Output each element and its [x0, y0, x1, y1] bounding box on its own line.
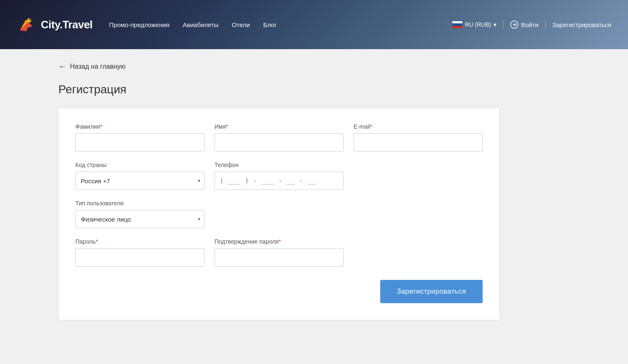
login-label: Войти	[521, 21, 538, 28]
form-row-2: Код страны Россия +7 США +1 Германия +49…	[75, 162, 483, 190]
header-right: RU (RUB) ▾ Войти Зарегистрироваться	[452, 20, 611, 29]
form-row-3: Тип пользователя Физическое лицо Юридиче…	[75, 200, 483, 228]
header-divider2	[545, 20, 546, 29]
password-input[interactable]	[75, 248, 204, 267]
login-icon	[510, 20, 518, 29]
password-confirm-group: Подтверждение пароля*	[214, 238, 344, 267]
user-type-select[interactable]: Физическое лицо Юридическое лицо	[75, 210, 204, 228]
name-group: Имя*	[214, 123, 344, 152]
svg-point-3	[27, 18, 31, 22]
user-type-label: Тип пользователя	[75, 200, 204, 207]
nav-flights[interactable]: Авиабилеты	[183, 21, 219, 28]
phone-label: Телефон	[214, 162, 344, 168]
nav-blog[interactable]: Блог	[263, 21, 277, 28]
language-selector[interactable]: RU (RUB) ▾	[452, 21, 496, 28]
logo-link[interactable]: City.Travel	[17, 15, 92, 35]
registration-form-card: Фамилия* Имя* E-mail* Код страны	[58, 108, 500, 320]
name-label: Имя*	[214, 123, 344, 130]
back-link[interactable]: ← Назад на главную	[58, 62, 570, 71]
country-code-label: Код страны	[75, 162, 204, 168]
page-title: Регистрация	[58, 83, 570, 96]
submit-button[interactable]: Зарегистрироваться	[380, 280, 483, 303]
password-confirm-input[interactable]	[214, 248, 344, 267]
password-required: *	[96, 238, 98, 245]
email-required: *	[370, 123, 372, 130]
surname-input[interactable]	[75, 133, 204, 152]
logo-text: City.Travel	[41, 18, 92, 31]
svg-rect-5	[452, 21, 462, 23]
nav-menu: Промо-предложения Авиабилеты Отели Блог	[109, 21, 452, 28]
surname-label: Фамилия*	[75, 123, 204, 130]
flag-icon	[452, 21, 462, 28]
email-group: E-mail*	[354, 123, 483, 152]
country-code-select[interactable]: Россия +7 США +1 Германия +49	[75, 172, 204, 190]
nav-hotels[interactable]: Отели	[232, 21, 250, 28]
register-header-link[interactable]: Зарегистрироваться	[552, 21, 611, 28]
email-label: E-mail*	[354, 123, 483, 130]
phone-input[interactable]	[214, 172, 344, 190]
back-link-text: Назад на главную	[70, 63, 126, 70]
password-group: Пароль*	[75, 238, 204, 267]
submit-row: Зарегистрироваться	[75, 280, 483, 303]
login-button[interactable]: Войти	[510, 20, 538, 29]
form-row-4: Пароль* Подтверждение пароля*	[75, 238, 483, 267]
user-type-group: Тип пользователя Физическое лицо Юридиче…	[75, 200, 204, 228]
svg-rect-6	[452, 23, 462, 25]
header-divider	[503, 20, 503, 29]
svg-rect-7	[452, 26, 462, 28]
lang-label: RU (RUB)	[465, 21, 491, 28]
user-type-select-wrapper: Физическое лицо Юридическое лицо ▾	[75, 210, 204, 228]
nav-promo[interactable]: Промо-предложения	[109, 21, 169, 28]
surname-group: Фамилия*	[75, 123, 204, 152]
email-input[interactable]	[354, 133, 483, 152]
country-code-select-wrapper: Россия +7 США +1 Германия +49 ▾	[75, 172, 204, 190]
password-confirm-label: Подтверждение пароля*	[214, 238, 344, 245]
back-arrow-icon: ←	[58, 62, 67, 71]
surname-required: *	[100, 123, 102, 130]
main-content: ← Назад на главную Регистрация Фамилия* …	[0, 49, 628, 345]
country-code-group: Код страны Россия +7 США +1 Германия +49…	[75, 162, 204, 190]
svg-point-4	[29, 19, 31, 20]
password-label: Пароль*	[75, 238, 204, 245]
name-required: *	[226, 123, 228, 130]
name-input[interactable]	[214, 133, 344, 152]
logo-bird-icon	[17, 15, 37, 35]
lang-chevron-icon: ▾	[493, 21, 496, 28]
password-confirm-required: *	[279, 238, 281, 245]
phone-group: Телефон	[214, 162, 344, 190]
header: City.Travel Промо-предложения Авиабилеты…	[0, 0, 628, 49]
form-row-1: Фамилия* Имя* E-mail*	[75, 123, 483, 152]
